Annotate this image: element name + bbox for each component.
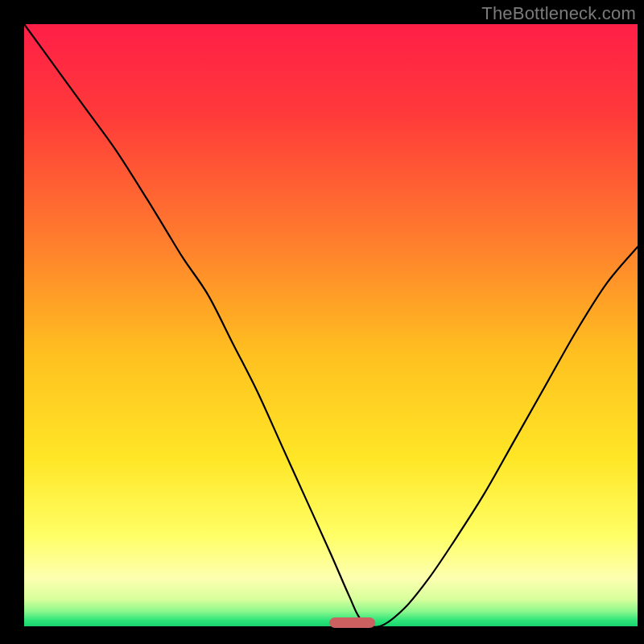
chart-frame: TheBottleneck.com: [0, 0, 644, 644]
gradient-background: [24, 24, 638, 626]
bottleneck-chart: [0, 0, 644, 644]
watermark-text: TheBottleneck.com: [481, 3, 636, 24]
optimal-marker: [329, 617, 375, 628]
